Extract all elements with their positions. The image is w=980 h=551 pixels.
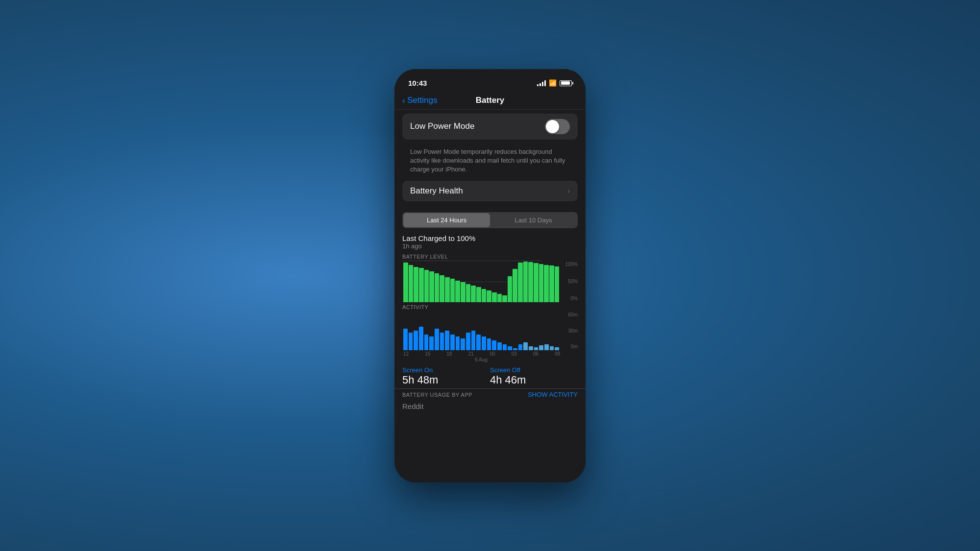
battery-bar (534, 263, 539, 302)
charge-subtitle: 1h ago (402, 242, 578, 250)
battery-bar (476, 287, 481, 302)
activity-bar (409, 333, 413, 350)
screen-content: ‹ Settings Battery Low Power Mode Low Po… (394, 91, 586, 482)
activity-bar (539, 345, 543, 350)
activity-bar (403, 329, 408, 350)
screen-on-label: Screen On (402, 366, 490, 374)
battery-bar (466, 284, 471, 302)
tab-last-24-hours[interactable]: Last 24 Hours (403, 213, 490, 227)
x-label-09: 09 (555, 351, 560, 357)
battery-bar (518, 263, 523, 302)
activity-bar (492, 340, 496, 350)
x-label-03: 03 (512, 351, 517, 357)
low-power-row: Low Power Mode (402, 114, 578, 140)
activity-bar (513, 348, 517, 350)
y-label-100: 100% (560, 262, 578, 267)
time-selector: Last 24 Hours Last 10 Days (402, 212, 578, 228)
low-power-section: Low Power Mode (402, 114, 578, 140)
toggle-thumb (546, 120, 559, 133)
battery-bar (492, 292, 497, 302)
battery-bar (513, 269, 517, 302)
activity-bar (482, 336, 486, 350)
battery-bar (435, 273, 440, 303)
battery-health-row[interactable]: Battery Health › (402, 181, 578, 201)
battery-bar (471, 286, 476, 302)
wifi-icon: 📶 (549, 79, 557, 87)
activity-bar (476, 335, 481, 350)
activity-bar (440, 333, 444, 350)
status-icons: 📶 (537, 79, 572, 87)
battery-level-section: BATTERY LEVEL 100% 50% 0% (402, 254, 578, 302)
screen-off-stat: Screen Off 4h 46m (490, 366, 578, 386)
battery-bar (482, 289, 487, 302)
activity-bar (450, 335, 455, 350)
battery-bar (497, 294, 502, 302)
act-y-label-60: 60m (560, 312, 578, 317)
activity-bar (555, 347, 559, 350)
x-label-12: 12 (403, 351, 409, 357)
battery-bar (403, 263, 408, 302)
screen-off-label: Screen Off (490, 366, 578, 374)
low-power-description: Low Power Mode temporarily reduces backg… (402, 144, 578, 178)
activity-bar (419, 327, 423, 350)
x-label-18: 18 (446, 351, 452, 357)
battery-bar (440, 275, 444, 302)
x-label-15: 15 (425, 351, 430, 357)
battery-bar (461, 282, 466, 302)
activity-bar (456, 336, 460, 350)
activity-bar (550, 346, 554, 350)
activity-bar (461, 338, 465, 350)
x-label-21: 21 (468, 351, 473, 357)
activity-bar (429, 336, 434, 350)
back-label: Settings (407, 96, 437, 105)
x-label-00: 00 (490, 351, 495, 357)
battery-level-chart (402, 261, 560, 302)
back-chevron-icon: ‹ (402, 96, 405, 105)
back-button[interactable]: ‹ Settings (402, 96, 437, 105)
battery-bar (555, 266, 560, 302)
battery-health-label: Battery Health (410, 186, 463, 196)
battery-bar (502, 295, 507, 302)
act-y-label-0: 0m (560, 344, 578, 349)
activity-bar (471, 331, 476, 350)
battery-bar (523, 262, 528, 302)
battery-bar (539, 264, 544, 302)
activity-bar (487, 338, 491, 350)
battery-bar (445, 277, 450, 302)
battery-bar (549, 265, 554, 302)
activity-bar (445, 331, 449, 350)
charge-title: Last Charged to 100% (402, 234, 578, 242)
battery-bar (544, 265, 549, 303)
battery-level-label: BATTERY LEVEL (402, 254, 578, 260)
x-axis-labels: 12 15 18 21 00 03 06 09 (402, 350, 578, 357)
screen-off-value: 4h 46m (490, 374, 578, 386)
reddit-app-row[interactable]: Reddit (394, 399, 586, 413)
battery-bar (508, 276, 513, 302)
battery-usage-header: BATTERY USAGE BY APP SHOW ACTIVITY (394, 388, 586, 399)
tab-last-10-days[interactable]: Last 10 Days (490, 213, 577, 227)
activity-bar (435, 329, 439, 350)
battery-bar (429, 271, 434, 302)
activity-bar (508, 346, 512, 350)
battery-status-icon (560, 80, 572, 86)
activity-bar (523, 342, 528, 350)
y-label-50: 50% (560, 279, 578, 284)
activity-bar (534, 347, 539, 350)
mid-separator-2 (394, 205, 586, 208)
charge-info: Last Charged to 100% 1h ago (394, 231, 586, 252)
chevron-right-icon: › (567, 187, 570, 195)
battery-usage-label: BATTERY USAGE BY APP (402, 392, 472, 398)
low-power-label: Low Power Mode (410, 121, 474, 131)
app-name-label: Reddit (402, 402, 423, 410)
signal-icon (537, 80, 546, 86)
low-power-toggle[interactable] (545, 119, 570, 134)
top-separator (394, 110, 586, 114)
activity-bar (497, 342, 502, 350)
battery-bar (419, 268, 424, 302)
activity-bar (529, 346, 533, 350)
page-title: Battery (476, 96, 505, 105)
show-activity-button[interactable]: SHOW ACTIVITY (528, 391, 578, 398)
activity-bar (544, 344, 549, 350)
battery-bar (528, 262, 533, 302)
battery-bar (450, 279, 455, 302)
